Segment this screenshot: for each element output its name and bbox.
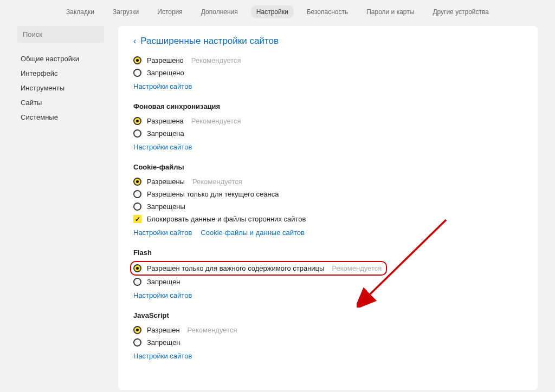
checkbox-block-thirdparty[interactable]	[133, 215, 141, 223]
sidebar-item-system[interactable]: Системные	[17, 110, 109, 125]
link-site-settings[interactable]: Настройки сайтов	[133, 82, 192, 90]
title-cookies: Cookie-файлы	[133, 163, 522, 171]
label-block-thirdparty: Блокировать данные и файлы сторонних сай…	[147, 215, 306, 223]
section-first: Разрешено Рекомендуется Запрещено Настро…	[133, 54, 522, 90]
hint-recommended: Рекомендуется	[332, 264, 382, 272]
link-site-settings[interactable]: Настройки сайтов	[133, 291, 192, 299]
link-site-settings[interactable]: Настройки сайтов	[133, 352, 192, 360]
label-flash-important: Разрешен только для важного содержимого …	[147, 264, 324, 272]
hint-recommended: Рекомендуется	[188, 326, 237, 334]
link-site-settings[interactable]: Настройки сайтов	[133, 228, 192, 237]
topnav-security[interactable]: Безопасность	[301, 5, 354, 18]
radio-cookies-session[interactable]	[133, 190, 141, 198]
hint-recommended: Рекомендуется	[191, 117, 241, 125]
main-panel: ‹ Расширенные настройки сайтов Разрешено…	[118, 26, 538, 390]
title-bgsync: Фоновая синхронизация	[133, 102, 522, 110]
search-input[interactable]	[17, 26, 104, 43]
radio-flash-denied[interactable]	[133, 278, 141, 286]
topnav-history[interactable]: История	[152, 5, 188, 18]
topnav-bookmarks[interactable]: Закладки	[61, 5, 100, 18]
title-flash: Flash	[133, 249, 522, 257]
sidebar: Общие настройки Интерфейс Инструменты Са…	[17, 26, 109, 390]
radio-js-denied[interactable]	[133, 338, 141, 347]
page-title: Расширенные настройки сайтов	[140, 36, 279, 47]
radio-first-allowed[interactable]	[133, 56, 141, 64]
topnav-passwords[interactable]: Пароли и карты	[361, 5, 420, 18]
link-cookies-data[interactable]: Cookie-файлы и данные сайтов	[201, 228, 305, 237]
section-bgsync: Фоновая синхронизация Разрешена Рекоменд…	[133, 102, 522, 151]
label-flash-denied: Запрещен	[147, 278, 180, 286]
link-site-settings[interactable]: Настройки сайтов	[133, 143, 192, 151]
section-js: JavaScript Разрешен Рекомендуется Запрещ…	[133, 311, 522, 360]
title-js: JavaScript	[133, 311, 522, 319]
radio-flash-important[interactable]	[133, 264, 141, 272]
hint-recommended: Рекомендуется	[192, 178, 242, 186]
sidebar-item-general[interactable]: Общие настройки	[17, 51, 109, 66]
topnav-settings[interactable]: Настройки	[251, 5, 294, 18]
radio-bgsync-denied[interactable]	[133, 129, 141, 138]
topnav-other-devices[interactable]: Другие устройства	[427, 5, 494, 18]
section-flash: Flash Разрешен только для важного содерж…	[133, 249, 522, 299]
radio-cookies-allowed[interactable]	[133, 178, 141, 186]
label-cookies-denied: Запрещены	[147, 202, 185, 211]
radio-cookies-denied[interactable]	[133, 202, 141, 211]
label-first-denied: Запрещено	[147, 69, 184, 77]
radio-js-allowed[interactable]	[133, 326, 141, 334]
label-cookies-allowed: Разрешены	[147, 178, 185, 186]
label-js-denied: Запрещен	[147, 338, 180, 347]
hint-recommended: Рекомендуется	[191, 56, 241, 64]
top-nav: Закладки Загрузки История Дополнения Нас…	[0, 0, 555, 26]
label-first-allowed: Разрешено	[147, 56, 184, 64]
section-cookies: Cookie-файлы Разрешены Рекомендуется Раз…	[133, 163, 522, 237]
label-bgsync-allowed: Разрешена	[147, 117, 184, 125]
sidebar-item-tools[interactable]: Инструменты	[17, 81, 109, 95]
label-cookies-session: Разрешены только для текущего сеанса	[147, 190, 279, 198]
flash-highlight-box: Разрешен только для важного содержимого …	[130, 261, 387, 276]
topnav-addons[interactable]: Дополнения	[196, 5, 243, 18]
sidebar-item-interface[interactable]: Интерфейс	[17, 66, 109, 81]
radio-bgsync-allowed[interactable]	[133, 117, 141, 125]
label-js-allowed: Разрешен	[147, 326, 180, 334]
radio-first-denied[interactable]	[133, 69, 141, 77]
back-chevron-icon[interactable]: ‹	[133, 36, 136, 46]
topnav-downloads[interactable]: Загрузки	[107, 5, 144, 18]
label-bgsync-denied: Запрещена	[147, 129, 184, 138]
sidebar-item-sites[interactable]: Сайты	[17, 95, 109, 110]
